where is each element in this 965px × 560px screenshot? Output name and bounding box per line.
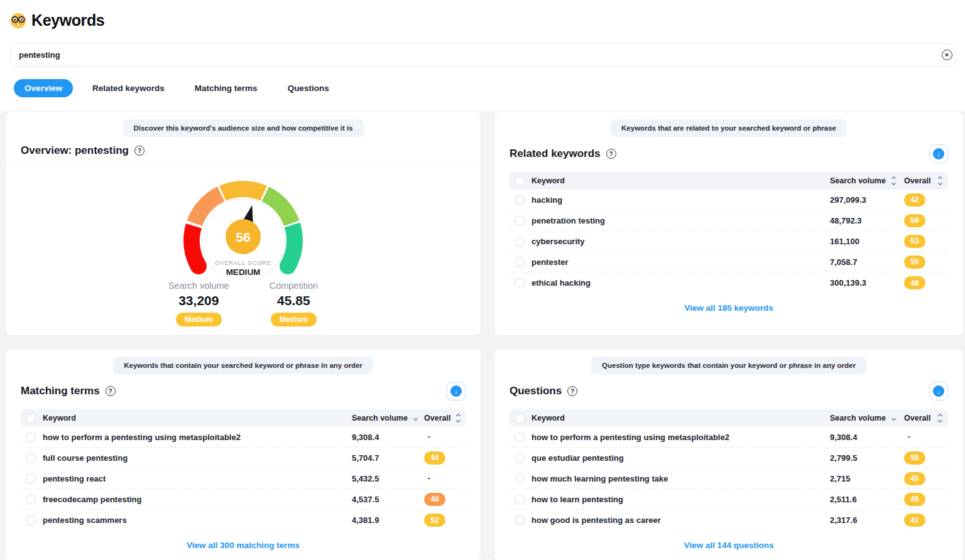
search-volume-cell: 5,704.7 xyxy=(352,453,424,463)
sort-volume-button[interactable] xyxy=(413,416,418,421)
keyword-text: que estudiar pentesting xyxy=(532,453,624,463)
keyword-text: penetration testing xyxy=(532,216,605,225)
view-all-matching-link[interactable]: View all 300 matching terms xyxy=(187,541,300,550)
select-all-checkbox[interactable] xyxy=(26,414,36,423)
download-button[interactable]: ↓ xyxy=(929,382,948,401)
table-row[interactable]: ethical hacking 300,139.3 48 xyxy=(510,272,948,293)
select-all-checkbox[interactable] xyxy=(515,176,525,186)
gauge-score-label: OVERALL SCORE xyxy=(215,259,271,266)
help-icon[interactable]: ? xyxy=(606,149,616,159)
related-card-title: Related keywords xyxy=(510,148,601,160)
download-icon: ↓ xyxy=(933,385,944,397)
row-checkbox[interactable] xyxy=(515,474,525,483)
overall-score-badge: 48 xyxy=(904,276,925,289)
table-row[interactable]: full course pentesting 5,704.7 44 xyxy=(21,448,466,468)
tab-overview[interactable]: Overview xyxy=(14,79,73,97)
keyword-search-input[interactable] xyxy=(10,43,955,67)
matching-table-body: how to perform a pentesting using metasp… xyxy=(21,427,466,530)
overall-score-badge: 55 xyxy=(904,256,925,269)
volume-column-label: Search volume xyxy=(830,414,886,423)
row-checkbox[interactable] xyxy=(515,515,525,525)
search-volume-cell: 9,308.4 xyxy=(830,433,904,442)
overall-column-label: Overall xyxy=(904,414,930,423)
sort-volume-button[interactable] xyxy=(891,176,897,186)
table-row[interactable]: que estudiar pentesting 2,799.5 58 xyxy=(510,448,948,468)
help-icon[interactable]: ? xyxy=(106,386,116,396)
keyword-text: freecodecamp pentesting xyxy=(43,495,142,504)
search-volume-value: 33,209 xyxy=(178,293,219,308)
table-row[interactable]: cybersecurity 161,100 53 xyxy=(510,231,948,252)
matching-terms-card: Keywords that contain your searched keyw… xyxy=(5,348,481,560)
table-row[interactable]: how much learning pentesting take 2,715 … xyxy=(510,468,948,489)
search-volume-cell: 161,100 xyxy=(830,237,904,246)
table-row[interactable]: hacking 297,099.3 42 xyxy=(510,190,948,210)
download-icon: ↓ xyxy=(450,385,462,397)
search-volume-badge: Medium xyxy=(176,313,222,326)
tab-matching-terms[interactable]: Matching terms xyxy=(184,79,268,97)
sort-overall-button[interactable] xyxy=(937,176,943,186)
row-checkbox[interactable] xyxy=(515,216,525,225)
clear-search-button[interactable]: × xyxy=(939,47,955,63)
table-row[interactable]: penetration testing 48,792.3 59 xyxy=(510,210,948,231)
overall-score-badge: - xyxy=(424,472,430,485)
keyword-column-label: Keyword xyxy=(43,414,76,423)
row-checkbox[interactable] xyxy=(515,237,525,246)
table-row[interactable]: pentesting react 5,432.5 - xyxy=(21,468,466,489)
select-all-checkbox[interactable] xyxy=(515,414,525,423)
table-row[interactable]: pentester 7,058.7 55 xyxy=(510,252,948,272)
row-checkbox[interactable] xyxy=(515,453,525,463)
search-volume-cell: 4,381.9 xyxy=(352,515,424,525)
table-header: Keyword Search volume Overall xyxy=(21,409,466,427)
overview-tooltip: Discover this keyword's audience size an… xyxy=(123,119,363,137)
download-button[interactable]: ↓ xyxy=(929,144,948,163)
keyword-text: cybersecurity xyxy=(532,237,585,246)
search-volume-cell: 48,792.3 xyxy=(830,216,904,225)
row-checkbox[interactable] xyxy=(26,495,36,504)
help-icon[interactable]: ? xyxy=(567,386,577,396)
table-row[interactable]: pentesting scammers 4,381.9 52 xyxy=(21,510,466,530)
row-checkbox[interactable] xyxy=(515,495,525,504)
row-checkbox[interactable] xyxy=(26,433,36,442)
table-row[interactable]: how to perform a pentesting using metasp… xyxy=(510,427,948,448)
download-button[interactable]: ↓ xyxy=(447,382,466,401)
tab-questions[interactable]: Questions xyxy=(277,79,340,97)
row-checkbox[interactable] xyxy=(26,515,36,525)
overall-score-badge: 44 xyxy=(424,451,445,465)
row-checkbox[interactable] xyxy=(515,257,525,267)
table-row[interactable]: how to perform a pentesting using metasp… xyxy=(21,427,466,448)
view-all-keywords-link[interactable]: View all 185 keywords xyxy=(684,303,773,313)
questions-tooltip: Question type keywords that contain your… xyxy=(591,357,866,374)
help-icon[interactable]: ? xyxy=(134,146,144,156)
keyword-text: hacking xyxy=(532,195,562,205)
search-volume-cell: 300,139.3 xyxy=(830,278,904,288)
keyword-text: how good is pentesting as career xyxy=(532,515,661,525)
row-checkbox[interactable] xyxy=(26,453,36,463)
search-volume-cell: 9,308.4 xyxy=(352,433,424,442)
overview-stats: Search volume 33,209 Medium Competition … xyxy=(168,281,318,326)
keyword-text: how to perform a pentesting using metasp… xyxy=(532,433,729,442)
sort-volume-button[interactable] xyxy=(891,416,897,421)
overall-score-badge: 46 xyxy=(904,493,925,506)
questions-table-body: how to perform a pentesting using metasp… xyxy=(510,427,948,530)
row-checkbox[interactable] xyxy=(515,195,525,205)
app-title: Keywords xyxy=(31,11,104,30)
overall-score-badge: 59 xyxy=(904,214,925,227)
table-row[interactable]: how to learn pentesting 2,511.6 46 xyxy=(510,489,948,510)
row-checkbox[interactable] xyxy=(26,474,36,483)
competition-value: 45.85 xyxy=(277,293,310,308)
search-volume-label: Search volume xyxy=(168,281,229,291)
view-all-questions-link[interactable]: View all 144 questions xyxy=(684,541,773,550)
tab-bar: Overview Related keywords Matching terms… xyxy=(14,79,951,97)
cards-grid: Discover this keyword's audience size an… xyxy=(0,111,965,560)
tab-related-keywords[interactable]: Related keywords xyxy=(82,79,175,97)
competition-badge: Medium xyxy=(271,313,317,326)
close-icon: × xyxy=(942,50,952,60)
row-checkbox[interactable] xyxy=(515,278,525,288)
table-row[interactable]: freecodecamp pentesting 4,537.5 40 xyxy=(21,489,466,510)
table-row[interactable]: how good is pentesting as career 2,317.6… xyxy=(510,510,948,530)
sort-overall-button[interactable] xyxy=(455,413,461,424)
row-checkbox[interactable] xyxy=(515,433,525,442)
download-icon: ↓ xyxy=(933,148,944,159)
nerd-face-emoji xyxy=(10,13,26,29)
sort-overall-button[interactable] xyxy=(937,413,943,424)
